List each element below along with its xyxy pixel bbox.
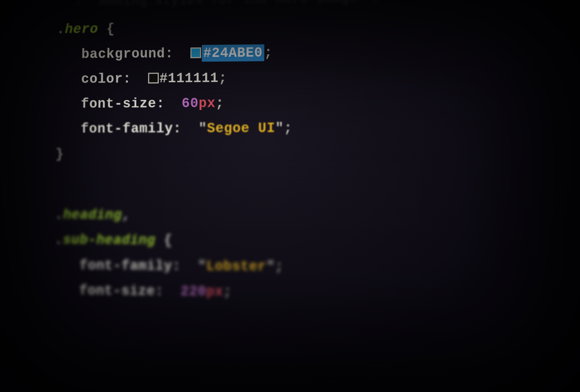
val-fontsize-unit: px xyxy=(199,96,216,111)
code-line-fontfamily2: font-family: "Lobster"; xyxy=(54,253,564,282)
val-fontsize2-unit: px xyxy=(206,284,223,299)
color-swatch-icon[interactable] xyxy=(148,73,158,84)
prop-color: color xyxy=(81,71,123,87)
val-fontfamily2: Lobster xyxy=(206,258,266,274)
hex-background: #24ABE0 xyxy=(203,45,262,61)
code-line-color: color: #111111; xyxy=(56,63,562,92)
selected-text[interactable]: #24ABE0 xyxy=(202,44,264,62)
blank-gap xyxy=(55,167,563,204)
prop-background: background xyxy=(81,46,165,62)
color-swatch-icon[interactable] xyxy=(190,47,201,58)
code-line-comment: /* Adding styles for the hero image */ xyxy=(76,0,555,14)
val-fontfamily: Segoe UI xyxy=(207,121,276,136)
dot: . xyxy=(57,22,65,37)
open-brace: { xyxy=(107,21,115,37)
code-line-selector: .hero { xyxy=(57,12,562,42)
code-line-background: background: #24ABE0; xyxy=(56,37,562,67)
code-line-fontfamily: font-family: "Segoe UI"; xyxy=(55,115,562,142)
code-line-fontsize2: font-size: 220px; xyxy=(54,278,564,308)
close-brace: } xyxy=(55,146,64,162)
prop-fontfamily: font-family xyxy=(80,121,173,137)
val-fontsize-num: 60 xyxy=(182,96,199,111)
prop-fontsize2: font-size xyxy=(79,283,155,299)
code-line-selector2: .heading, xyxy=(55,203,563,229)
selector-heading: heading xyxy=(63,207,122,223)
selector-subheading: sub-heading xyxy=(63,232,156,248)
code-surface[interactable]: /* Adding styles for the hero image */ .… xyxy=(54,0,564,308)
code-line-fontsize: font-size: 60px; xyxy=(56,89,562,117)
selector-hero: hero xyxy=(65,21,98,37)
comment-text: /* Adding styles for the hero image */ xyxy=(76,0,382,9)
prop-fontsize: font-size xyxy=(81,96,156,112)
val-fontsize2-num: 220 xyxy=(181,284,206,300)
code-line-close: } xyxy=(55,141,563,167)
code-line-selector3: .sub-heading { xyxy=(54,228,563,255)
prop-fontfamily2: font-family xyxy=(79,258,172,274)
code-editor-viewport: /* Adding styles for the hero image */ .… xyxy=(0,0,580,392)
hex-color: #111111 xyxy=(160,70,219,86)
